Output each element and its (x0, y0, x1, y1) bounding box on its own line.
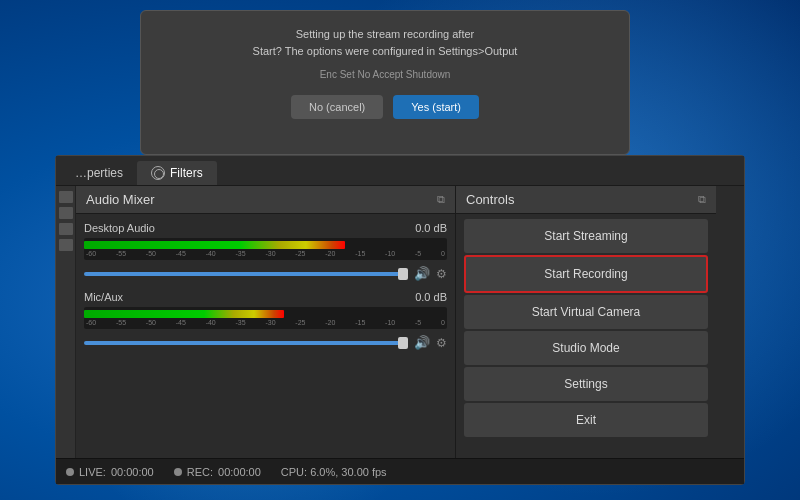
desktop-audio-name: Desktop Audio (84, 222, 155, 234)
sidebar-icon-1[interactable] (59, 191, 73, 203)
exit-button[interactable]: Exit (464, 403, 708, 437)
sidebar-icon-2[interactable] (59, 207, 73, 219)
controls-panel-header: Controls ⧉ (456, 186, 716, 214)
mic-aux-controls: 🔊 ⚙ (84, 335, 447, 350)
mic-aux-db: 0.0 dB (415, 291, 447, 303)
audio-mixer-panel: Audio Mixer ⧉ Desktop Audio 0.0 dB -60 -… (76, 186, 456, 458)
mic-aux-mute-button[interactable]: 🔊 (414, 335, 430, 350)
desktop-audio-controls: 🔊 ⚙ (84, 266, 447, 281)
sidebar-icon-4[interactable] (59, 239, 73, 251)
dialog-button-group: No (cancel) Yes (start) (291, 95, 479, 119)
desktop-audio-settings-button[interactable]: ⚙ (436, 267, 447, 281)
studio-mode-button[interactable]: Studio Mode (464, 331, 708, 365)
rec-label: REC: (187, 466, 213, 478)
cpu-label: CPU: 6.0%, 30.00 fps (281, 466, 387, 478)
rec-status-dot (174, 468, 182, 476)
desktop-audio-db: 0.0 dB (415, 222, 447, 234)
dialog-modal: Setting up the stream recording after St… (140, 10, 630, 155)
desktop-audio-meter: -60 -55 -50 -45 -40 -35 -30 -25 -20 -15 … (84, 238, 447, 260)
tab-filters-label: Filters (170, 166, 203, 180)
live-status-dot (66, 468, 74, 476)
mic-aux-volume-slider[interactable] (84, 341, 408, 345)
dialog-cancel-button[interactable]: No (cancel) (291, 95, 383, 119)
controls-buttons-container: Start Streaming Start Recording Start Vi… (456, 214, 716, 458)
mic-aux-name: Mic/Aux (84, 291, 123, 303)
obs-main-content: Audio Mixer ⧉ Desktop Audio 0.0 dB -60 -… (56, 186, 744, 458)
mic-aux-channel: Mic/Aux 0.0 dB -60 -55 -50 -45 -40 -35 -… (84, 291, 447, 350)
live-status: LIVE: 00:00:00 (66, 466, 154, 478)
dialog-ok-button[interactable]: Yes (start) (393, 95, 479, 119)
dialog-sub-text: Enc Set No Accept Shutdown (320, 69, 451, 80)
rec-status: REC: 00:00:00 (174, 466, 261, 478)
tab-filters[interactable]: Filters (137, 161, 217, 185)
sidebar-icon-3[interactable] (59, 223, 73, 235)
dialog-text: Setting up the stream recording after St… (253, 26, 518, 59)
obs-window: …perties Filters Audio Mixer ⧉ (55, 155, 745, 485)
audio-mixer-float-icon[interactable]: ⧉ (437, 193, 445, 206)
live-time: 00:00:00 (111, 466, 154, 478)
audio-channels-container: Desktop Audio 0.0 dB -60 -55 -50 -45 -40… (76, 214, 455, 458)
tab-properties[interactable]: …perties (61, 161, 137, 185)
rec-time: 00:00:00 (218, 466, 261, 478)
audio-mixer-header: Audio Mixer ⧉ (76, 186, 455, 214)
audio-mixer-title: Audio Mixer (86, 192, 155, 207)
desktop-audio-meter-bar (84, 241, 345, 249)
obs-statusbar: LIVE: 00:00:00 REC: 00:00:00 CPU: 6.0%, … (56, 458, 744, 484)
start-streaming-button[interactable]: Start Streaming (464, 219, 708, 253)
live-label: LIVE: (79, 466, 106, 478)
desktop-audio-volume-slider[interactable] (84, 272, 408, 276)
tab-properties-label: …perties (75, 166, 123, 180)
controls-panel: Controls ⧉ Start Streaming Start Recordi… (456, 186, 716, 458)
desktop-audio-header: Desktop Audio 0.0 dB (84, 222, 447, 234)
mic-aux-meter: -60 -55 -50 -45 -40 -35 -30 -25 -20 -15 … (84, 307, 447, 329)
mic-aux-meter-bar (84, 310, 284, 318)
desktop-audio-channel: Desktop Audio 0.0 dB -60 -55 -50 -45 -40… (84, 222, 447, 281)
start-recording-button[interactable]: Start Recording (464, 255, 708, 293)
mic-aux-settings-button[interactable]: ⚙ (436, 336, 447, 350)
controls-panel-float-icon[interactable]: ⧉ (698, 193, 706, 206)
start-virtual-camera-button[interactable]: Start Virtual Camera (464, 295, 708, 329)
controls-panel-title: Controls (466, 192, 514, 207)
mic-aux-header: Mic/Aux 0.0 dB (84, 291, 447, 303)
settings-button[interactable]: Settings (464, 367, 708, 401)
obs-tabs-bar: …perties Filters (56, 156, 744, 186)
cpu-status: CPU: 6.0%, 30.00 fps (281, 466, 387, 478)
desktop-audio-mute-button[interactable]: 🔊 (414, 266, 430, 281)
filters-icon (151, 166, 165, 180)
obs-sidebar (56, 186, 76, 458)
